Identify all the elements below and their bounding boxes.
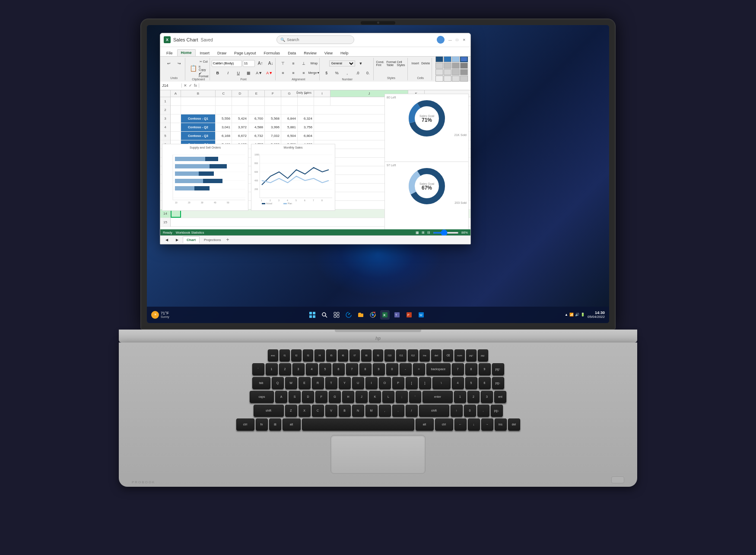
bold-button[interactable]: B: [213, 68, 222, 78]
key-f10[interactable]: f10: [384, 349, 395, 362]
key-apostrophe[interactable]: ': [409, 391, 421, 403]
tab-formulas[interactable]: Formulas: [260, 50, 284, 56]
key-num8[interactable]: 8: [465, 363, 477, 375]
formula-cancel-icon[interactable]: ✕: [184, 83, 187, 88]
style-cell-16[interactable]: [460, 76, 468, 82]
key-num5[interactable]: 5: [465, 377, 477, 389]
trackpad[interactable]: [330, 435, 426, 474]
cut-button[interactable]: ✂ Cut: [199, 59, 208, 65]
cell-b1[interactable]: [181, 97, 216, 105]
key-minus[interactable]: -: [400, 363, 412, 375]
key-windows[interactable]: ⊞: [269, 419, 281, 431]
fill-color-button[interactable]: A▼: [254, 68, 264, 78]
key-r[interactable]: R: [312, 377, 324, 389]
tab-insert[interactable]: Insert: [197, 50, 213, 56]
cell-c2[interactable]: [216, 106, 232, 114]
key-0[interactable]: 0: [386, 363, 398, 375]
key-pg-up-2[interactable]: pg↑: [492, 363, 504, 375]
style-cell-10[interactable]: [444, 69, 451, 75]
cell-f1[interactable]: [265, 97, 281, 105]
align-center-button[interactable]: ≡: [289, 68, 298, 78]
key-a[interactable]: A: [275, 391, 287, 403]
key-b[interactable]: B: [339, 405, 351, 417]
key-close-bracket[interactable]: ]: [419, 377, 431, 389]
key-pg-dn[interactable]: pg↓: [478, 349, 488, 362]
align-left-button[interactable]: ≡: [278, 68, 288, 78]
minimize-button[interactable]: —: [447, 37, 453, 43]
key-v[interactable]: V: [325, 405, 337, 417]
key-f3[interactable]: f3: [303, 349, 313, 362]
cell-g4[interactable]: 5,881: [281, 123, 298, 131]
cell-c4[interactable]: 3,041: [216, 123, 232, 131]
cell-b2[interactable]: [181, 106, 216, 114]
key-z[interactable]: Z: [285, 405, 297, 417]
align-right-button[interactable]: ≡: [299, 68, 308, 78]
key-num-lock[interactable]: num: [454, 349, 465, 362]
status-workbook-stats[interactable]: Workbook Statistics: [176, 231, 204, 235]
key-n[interactable]: N: [352, 405, 364, 417]
key-num1[interactable]: 1: [454, 391, 466, 403]
style-cell-13[interactable]: [435, 76, 443, 82]
key-num6[interactable]: 6: [479, 377, 491, 389]
align-top-button[interactable]: ⊤: [278, 59, 288, 68]
key-up-arrow[interactable]: ↑: [451, 405, 463, 417]
key-comma[interactable]: ,: [379, 405, 391, 417]
cell-i1[interactable]: [314, 97, 330, 105]
key-w[interactable]: W: [285, 377, 297, 389]
font-shrink-button[interactable]: A↓: [266, 59, 276, 68]
view-break-icon[interactable]: ⊟: [427, 231, 430, 235]
formula-fx-icon[interactable]: fx: [194, 83, 197, 88]
key-alt-left[interactable]: alt: [283, 419, 301, 431]
key-f5[interactable]: f5: [326, 349, 337, 362]
key-1[interactable]: 1: [266, 363, 278, 375]
key-9[interactable]: 9: [373, 363, 385, 375]
style-cell-15[interactable]: [452, 76, 460, 82]
key-u[interactable]: U: [352, 377, 364, 389]
key-h[interactable]: H: [342, 391, 354, 403]
percent-button[interactable]: %: [332, 68, 342, 78]
chrome-browser-button[interactable]: [368, 310, 378, 320]
fingerprint-reader[interactable]: [611, 476, 624, 483]
key-num9[interactable]: 9: [479, 363, 491, 375]
key-e[interactable]: E: [299, 377, 311, 389]
key-t[interactable]: T: [325, 377, 337, 389]
key-3[interactable]: 3: [292, 363, 305, 375]
cell-d2[interactable]: [232, 106, 248, 114]
cell-e4[interactable]: 4,588: [248, 123, 265, 131]
key-2[interactable]: 2: [279, 363, 291, 375]
key-p[interactable]: P: [392, 377, 404, 389]
key-fn-lock[interactable]: fn: [256, 419, 268, 431]
key-semicolon[interactable]: ;: [396, 391, 408, 403]
cell-e1[interactable]: [248, 97, 265, 105]
file-explorer-button[interactable]: [356, 310, 365, 320]
cell-g3[interactable]: 6,844: [281, 114, 298, 123]
task-view-button[interactable]: [332, 310, 341, 320]
cell-d3[interactable]: 5,424: [232, 114, 248, 123]
style-cell-8[interactable]: [460, 63, 468, 69]
key-equals[interactable]: =: [413, 363, 425, 375]
key-delete[interactable]: del: [431, 349, 442, 362]
battery-icon[interactable]: 🔋: [581, 313, 585, 317]
wifi-icon[interactable]: 📶: [569, 313, 574, 317]
key-f4[interactable]: f4: [314, 349, 325, 362]
key-backtick[interactable]: `: [252, 363, 264, 375]
key-delete-2[interactable]: del: [508, 419, 520, 431]
key-open-bracket[interactable]: [: [406, 377, 418, 389]
conditional-formatting-button[interactable]: Cond. Fmt: [376, 59, 386, 68]
close-button[interactable]: ✕: [461, 37, 467, 43]
currency-button[interactable]: $: [322, 68, 331, 78]
key-5[interactable]: 5: [319, 363, 331, 375]
cell-b5-label[interactable]: Contoso - Q3: [181, 132, 216, 140]
search-taskbar-button[interactable]: [320, 310, 329, 320]
cell-a5[interactable]: [171, 132, 181, 140]
style-cell-9[interactable]: [435, 69, 443, 75]
cell-b3-label[interactable]: Contoso - Q1: [181, 114, 216, 123]
cell-reference[interactable]: J14: [160, 83, 182, 88]
speaker-icon[interactable]: 🔊: [575, 313, 579, 317]
key-4[interactable]: 4: [306, 363, 318, 375]
cell-a4[interactable]: [171, 123, 181, 131]
key-num-dot[interactable]: .: [477, 405, 489, 417]
tab-home[interactable]: Home: [177, 49, 196, 56]
key-f1[interactable]: f1: [280, 349, 290, 362]
increase-decimal-button[interactable]: .0: [353, 68, 362, 78]
